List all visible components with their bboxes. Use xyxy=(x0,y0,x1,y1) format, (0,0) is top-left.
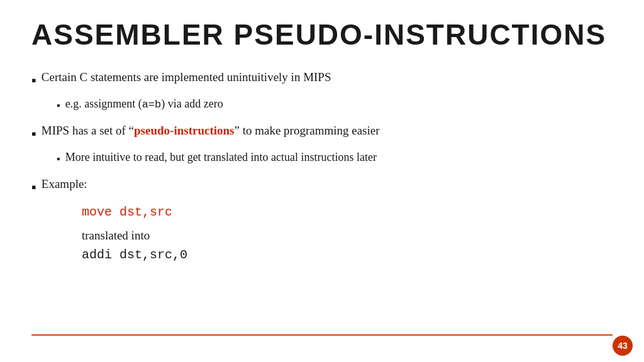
bullet-main-2: ▪ MIPS has a set of “pseudo-instructions… xyxy=(31,122,613,144)
slide-title: ASSEMBLER PSEUDO-INSTRUCTIONS xyxy=(31,19,613,51)
bullet-sub-1: ▪ e.g. assignment (a=b) via add zero xyxy=(57,96,613,113)
bullet-main-1: ▪ Certain C statements are implemented u… xyxy=(31,69,613,90)
bullet-sub-marker-1: ▪ xyxy=(57,98,60,113)
slide: ASSEMBLER PSEUDO-INSTRUCTIONS ▪ Certain … xyxy=(0,0,644,362)
bullet-marker-3: ▪ xyxy=(31,177,36,197)
bullet-sub-marker-2: ▪ xyxy=(57,151,60,167)
bullet-sub-2-text: More intuitive to read, but get translat… xyxy=(65,149,377,166)
bullet-main-1-text: Certain C statements are implemented uni… xyxy=(42,69,331,87)
code-move: move dst,src xyxy=(82,202,613,222)
section-1: ▪ Certain C statements are implemented u… xyxy=(31,69,613,113)
bullet-main-3-text: Example: xyxy=(42,175,87,194)
bullet-marker-2: ▪ xyxy=(31,123,36,144)
bullet-sub-1-text: e.g. assignment (a=b) via add zero xyxy=(65,96,223,113)
code-inline-ab: a=b xyxy=(142,99,162,111)
bullet-main-3: ▪ Example: xyxy=(31,175,613,197)
translated-label: translated into xyxy=(82,226,613,245)
code-block: move dst,src translated into addi dst,sr… xyxy=(82,202,613,265)
bullet-main-2-text: MIPS has a set of “pseudo-instructions” … xyxy=(42,122,380,140)
section-3: ▪ Example: move dst,src translated into … xyxy=(31,175,613,265)
bullet-marker-1: ▪ xyxy=(31,70,36,90)
bullet-sub-2: ▪ More intuitive to read, but get transl… xyxy=(57,149,613,167)
code-addi: addi dst,src,0 xyxy=(82,245,613,265)
section-2: ▪ MIPS has a set of “pseudo-instructions… xyxy=(31,122,613,167)
bottom-line xyxy=(31,334,613,336)
slide-number: 43 xyxy=(613,336,633,356)
pseudo-instructions-highlight: pseudo-instructions xyxy=(134,124,234,137)
